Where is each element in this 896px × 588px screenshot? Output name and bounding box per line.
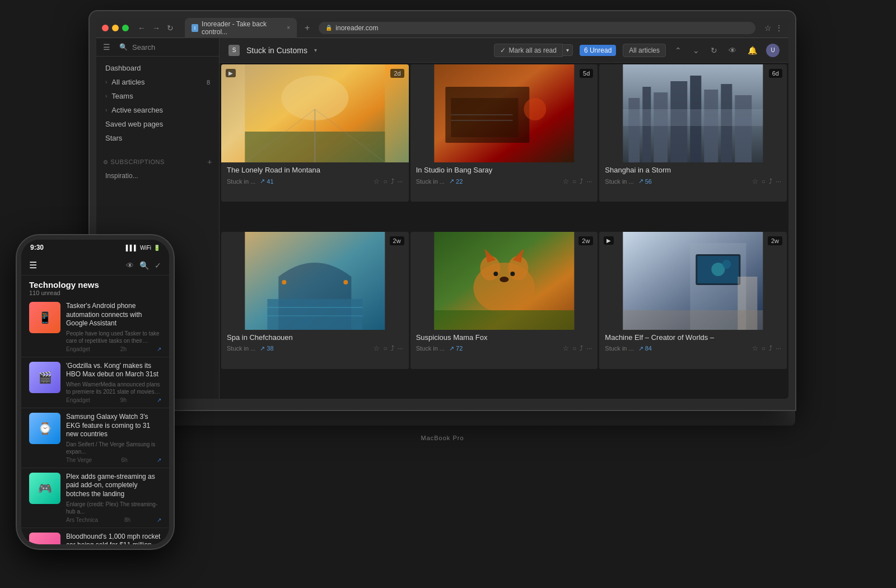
chrome-menu-icon[interactable]: ⋮ — [775, 24, 783, 32]
more-icon[interactable]: ··· — [398, 344, 403, 352]
svg-rect-21 — [623, 109, 763, 126]
circle-icon[interactable]: ○ — [383, 344, 387, 352]
close-window-button[interactable] — [102, 25, 109, 31]
chrome-toolbar-icons: ☆ ⋮ — [764, 24, 783, 32]
article-info: Shanghai in a Storm Stuck in ... ↗ 56 ☆ … — [599, 162, 787, 188]
article-actions: ☆ ○ ⤴ ··· — [752, 344, 781, 352]
phone-article-title: Plex adds game-streaming as paid add-on,… — [66, 473, 161, 499]
article-card[interactable]: ▶ 2d The Lonely Road in Montana Stuck in… — [221, 64, 409, 202]
share-icon[interactable]: ⤴ — [769, 178, 772, 185]
star-icon[interactable]: ☆ — [563, 344, 569, 352]
teams-label: Teams — [111, 92, 133, 100]
star-icon[interactable]: ☆ — [374, 344, 380, 352]
article-trend: ↗ 41 — [260, 178, 273, 185]
hamburger-icon[interactable]: ☰ — [103, 43, 110, 52]
lock-icon: 🔒 — [325, 25, 332, 31]
sidebar-search-bar[interactable]: ☰ 🔍 Search — [96, 38, 219, 57]
article-card[interactable]: 6d Shanghai in a Storm Stuck in ... ↗ 56… — [599, 64, 787, 202]
article-info: Spa in Chefchaouen Stuck in ... ↗ 38 ☆ ○… — [221, 330, 409, 355]
notification-icon[interactable]: 🔔 — [745, 45, 759, 56]
svg-rect-35 — [434, 310, 574, 330]
bookmark-icon[interactable]: ☆ — [764, 24, 772, 32]
star-icon[interactable]: ☆ — [752, 178, 758, 185]
back-button[interactable]: ← — [136, 22, 148, 34]
tab-close-button[interactable]: × — [287, 25, 290, 31]
phone-article-item[interactable]: 📱 Tasker's Android phone automation conn… — [21, 297, 169, 357]
share-icon[interactable]: ⤴ — [391, 344, 394, 352]
phone-screen: ☰ 👁 🔍 ✓ Technology news 110 unread 📱 Tas… — [21, 255, 169, 544]
chrome-browser-bar: ← → ↻ I Inoreader - Take back control...… — [96, 18, 788, 38]
refresh-feed-button[interactable]: ↻ — [708, 45, 720, 56]
sidebar-item-dashboard[interactable]: Dashboard — [96, 61, 219, 75]
refresh-button[interactable]: ↻ — [165, 22, 176, 34]
maximize-window-button[interactable] — [122, 25, 129, 31]
article-trend: ↗ 72 — [449, 345, 463, 352]
phone-eye-icon[interactable]: 👁 — [126, 261, 134, 270]
circle-icon[interactable]: ○ — [762, 178, 766, 185]
sidebar-item-saved-web-pages[interactable]: Saved web pages — [96, 117, 219, 131]
phone-article-content: Bloodhound's 1,000 mph rocket car being … — [66, 533, 161, 544]
forward-button[interactable]: → — [150, 22, 162, 34]
circle-icon[interactable]: ○ — [383, 178, 387, 185]
nav-up-button[interactable]: ⌃ — [673, 45, 684, 56]
browser-tab[interactable]: I Inoreader - Take back control... × — [185, 18, 297, 38]
view-icon[interactable]: 👁 — [726, 45, 739, 56]
circle-icon[interactable]: ○ — [572, 344, 576, 352]
phone-article-item[interactable]: ⌚ Samsung Galaxy Watch 3's EKG feature i… — [21, 408, 169, 468]
article-card[interactable]: 2w Suspicious Mama Fox Stuck in ... ↗ 72… — [410, 232, 598, 369]
phone-article-item[interactable]: 🎬 'Godzilla vs. Kong' makes its HBO Max … — [21, 357, 169, 408]
mark-read-dropdown-button[interactable]: ▾ — [563, 44, 573, 56]
add-subscription-icon[interactable]: + — [207, 157, 212, 166]
sidebar-item-active-searches[interactable]: › Active searches — [96, 103, 219, 117]
star-icon[interactable]: ☆ — [374, 178, 380, 185]
share-icon[interactable]: ⤴ — [769, 344, 772, 352]
more-icon[interactable]: ··· — [776, 178, 781, 185]
macbook-screen-border: ← → ↻ I Inoreader - Take back control...… — [90, 11, 795, 410]
minimize-window-button[interactable] — [112, 25, 119, 31]
phone-article-title: 'Godzilla vs. Kong' makes its HBO Max de… — [66, 362, 161, 379]
new-tab-button[interactable]: + — [305, 23, 310, 33]
phone-article-item[interactable]: 🚗 Bloodhound's 1,000 mph rocket car bein… — [21, 528, 169, 544]
article-title: Suspicious Mama Fox — [416, 333, 592, 343]
address-bar[interactable]: 🔒 inoreader.com — [319, 22, 755, 34]
article-info: Suspicious Mama Fox Stuck in ... ↗ 72 ☆ … — [410, 330, 598, 355]
phone-section-name: Technology news — [29, 280, 161, 290]
share-icon[interactable]: ⤴ — [391, 178, 394, 185]
phone-search-icon[interactable]: 🔍 — [139, 261, 149, 270]
all-articles-button[interactable]: All articles — [623, 44, 666, 57]
search-label[interactable]: Search — [132, 43, 155, 52]
more-icon[interactable]: ··· — [776, 344, 781, 352]
sidebar-item-teams[interactable]: › Teams — [96, 89, 219, 103]
share-icon[interactable]: ⤴ — [580, 178, 583, 185]
phone-menu-icon[interactable]: ☰ — [29, 260, 37, 270]
article-card[interactable]: 2w Spa in Chefchaouen Stuck in ... ↗ 38 … — [221, 232, 409, 369]
article-meta: Stuck in ... ↗ 22 ☆ ○ ⤴ ··· — [416, 178, 592, 185]
feed-dropdown-icon[interactable]: ▾ — [314, 47, 317, 53]
phone-article-title: Tasker's Android phone automation connec… — [66, 302, 161, 328]
article-source: Stuck in ... — [227, 345, 255, 352]
sidebar-item-stars[interactable]: Stars — [96, 131, 219, 145]
article-info: In Studio in Bang Saray Stuck in ... ↗ 2… — [410, 162, 598, 188]
more-icon[interactable]: ··· — [398, 178, 403, 185]
active-searches-label: Active searches — [111, 106, 163, 114]
nav-down-button[interactable]: ⌄ — [690, 45, 702, 56]
subscription-item[interactable]: Inspiratio... — [96, 170, 219, 182]
arrow-icon: › — [105, 79, 107, 85]
share-icon[interactable]: ⤴ — [580, 344, 583, 352]
circle-icon[interactable]: ○ — [572, 178, 576, 185]
mark-all-read-button[interactable]: ✓ Mark all as read — [494, 44, 563, 57]
phone-check-icon[interactable]: ✓ — [155, 261, 161, 270]
article-card[interactable]: 5d In Studio in Bang Saray Stuck in ... … — [410, 64, 598, 202]
article-type-badge: ▶ — [226, 69, 236, 77]
article-card[interactable]: ▶ 2w Machine Elf – Creator of Worlds – S… — [599, 232, 787, 369]
more-icon[interactable]: ··· — [586, 344, 592, 352]
phone-article-item[interactable]: 🎮 Plex adds game-streaming as paid add-o… — [21, 468, 169, 528]
more-icon[interactable]: ··· — [586, 178, 592, 185]
star-icon[interactable]: ☆ — [563, 178, 569, 185]
phone-status-bar: 9:30 ▌▌▌ WiFi 🔋 — [21, 240, 169, 255]
star-icon[interactable]: ☆ — [752, 344, 758, 352]
circle-icon[interactable]: ○ — [762, 344, 766, 352]
user-avatar[interactable]: U — [766, 44, 780, 57]
article-actions: ☆ ○ ⤴ ··· — [374, 344, 403, 352]
sidebar-item-all-articles[interactable]: › All articles 8 — [96, 75, 219, 89]
